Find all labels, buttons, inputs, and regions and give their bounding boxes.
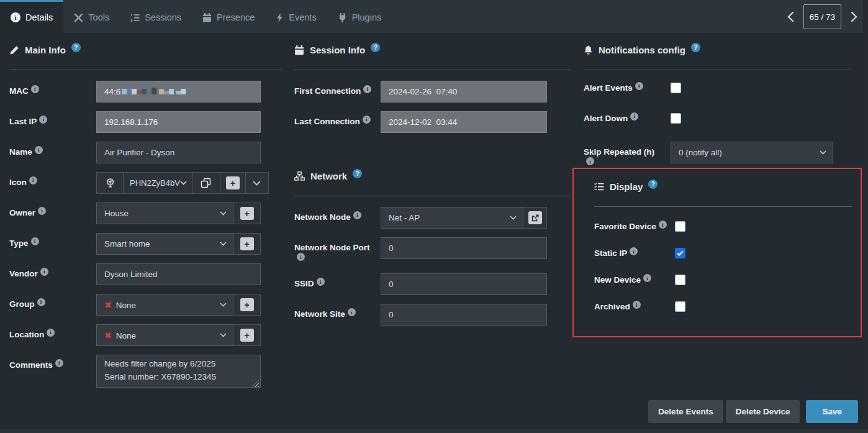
chevron-down-icon <box>510 216 517 220</box>
mac-label: MACi <box>9 81 96 103</box>
divider <box>584 70 852 70</box>
tab-tools[interactable]: Tools <box>63 0 120 33</box>
static-ip-row: Static IPi <box>594 246 852 262</box>
vendor-field-row: Vendori <box>9 263 261 285</box>
tab-details[interactable]: i Details <box>0 0 63 33</box>
favorite-device-checkbox[interactable] <box>675 221 685 232</box>
name-input[interactable] <box>96 142 261 163</box>
alert-down-checkbox[interactable] <box>671 113 681 124</box>
first-connection-input <box>381 81 547 103</box>
network-node-port-row: Network Node Porti <box>294 237 547 265</box>
device-pager: 65 / 73 <box>783 4 862 29</box>
ssid-input[interactable] <box>381 273 547 295</box>
add-group-button[interactable]: + <box>233 294 261 316</box>
plus-icon: + <box>240 329 254 342</box>
group-select[interactable]: ✖None <box>96 294 233 316</box>
copy-icon <box>201 178 211 188</box>
skip-repeated-select[interactable]: 0 (notify all) <box>671 142 833 163</box>
new-device-checkbox[interactable] <box>675 275 685 285</box>
section-title: Display <box>610 181 643 193</box>
info-icon: i <box>630 247 638 255</box>
info-icon: i <box>35 146 43 154</box>
network-node-select[interactable]: Net - AP <box>381 207 523 229</box>
sitemap-icon <box>294 171 305 181</box>
copy-icon-button[interactable] <box>192 173 220 193</box>
icon-select[interactable]: PHN2ZyB4bV <box>124 173 192 193</box>
type-select[interactable]: Smart home <box>96 233 233 255</box>
last-ip-field-row: Last IPi <box>9 111 261 133</box>
divider <box>9 70 283 70</box>
divider <box>294 70 571 70</box>
list-ol-icon <box>130 13 140 22</box>
chevron-down-icon <box>220 211 227 216</box>
scrollbar[interactable] <box>863 0 868 433</box>
help-icon[interactable]: ? <box>648 180 658 189</box>
chevron-down-icon <box>820 150 826 155</box>
network-node-port-input[interactable] <box>381 237 547 259</box>
calendar-icon <box>294 45 304 55</box>
tab-label: Plugins <box>352 12 382 22</box>
tab-bar: i Details Tools Sessions Presence Events… <box>0 0 868 33</box>
help-icon[interactable]: ? <box>691 43 700 52</box>
plus-icon: + <box>226 176 240 189</box>
new-device-label: New Devicei <box>594 273 675 289</box>
tab-plugins[interactable]: Plugins <box>327 0 392 33</box>
bolt-icon <box>276 13 284 22</box>
chevron-right-icon <box>851 12 857 22</box>
tab-events[interactable]: Events <box>265 0 327 33</box>
plus-icon: + <box>240 207 254 220</box>
network-site-input[interactable] <box>381 304 547 326</box>
new-device-row: New Devicei <box>594 273 852 289</box>
name-field-row: Namei <box>9 142 261 163</box>
info-icon: i <box>643 274 651 282</box>
vendor-input[interactable] <box>96 263 261 285</box>
help-icon[interactable]: ? <box>353 169 362 178</box>
add-type-button[interactable]: + <box>233 233 261 255</box>
last-connection-label: Last Connectioni <box>294 111 381 133</box>
save-button[interactable]: Save <box>806 400 858 423</box>
favorite-device-row: Favorite Devicei <box>594 219 852 235</box>
info-icon: i <box>31 237 39 245</box>
delete-events-button[interactable]: Delete Events <box>648 400 723 423</box>
notifications-section: Notifications config ? <box>584 44 852 57</box>
external-link-icon <box>528 211 542 224</box>
add-icon-button[interactable]: + <box>220 173 246 193</box>
help-icon[interactable]: ? <box>71 43 81 52</box>
redacted-pixels <box>122 87 186 96</box>
name-label: Namei <box>9 142 96 163</box>
last-ip-label: Last IPi <box>9 111 96 133</box>
first-connection-row: First Connectioni <box>294 81 547 103</box>
check-icon <box>677 250 684 256</box>
location-field-row: Locationi ✖None + <box>9 324 261 346</box>
info-icon: i <box>363 85 371 93</box>
bottom-edge <box>0 429 868 433</box>
display-section: Display ? Favorite Devicei Static IPi Ne… <box>584 181 852 316</box>
device-position-indicator: 65 / 73 <box>803 4 841 29</box>
static-ip-checkbox[interactable] <box>675 248 685 258</box>
plus-icon: + <box>240 298 254 311</box>
tab-sessions[interactable]: Sessions <box>120 0 192 33</box>
chevron-down-icon <box>180 181 187 185</box>
prev-device-button[interactable] <box>783 5 799 29</box>
owner-select[interactable]: House <box>96 203 233 224</box>
info-icon: i <box>297 253 305 261</box>
info-icon: i <box>55 359 63 367</box>
help-icon[interactable]: ? <box>371 43 380 52</box>
open-network-node-button[interactable] <box>523 207 547 229</box>
info-icon: i <box>630 112 638 121</box>
expand-icon-options-button[interactable] <box>246 173 268 193</box>
info-icon: i <box>39 116 47 124</box>
location-select[interactable]: ✖None <box>96 324 233 346</box>
next-device-button[interactable] <box>846 5 862 29</box>
divider <box>294 196 571 196</box>
comments-textarea[interactable]: Needs filter change by 6/2025 Serial num… <box>96 355 261 388</box>
tab-label: Presence <box>217 12 255 22</box>
delete-device-button[interactable]: Delete Device <box>726 400 800 423</box>
alert-events-checkbox[interactable] <box>671 83 681 93</box>
info-icon: i <box>29 176 37 185</box>
footer-actions: Delete Events Delete Device Save <box>648 400 858 423</box>
archived-checkbox[interactable] <box>675 301 685 312</box>
tab-presence[interactable]: Presence <box>192 0 265 33</box>
add-location-button[interactable]: + <box>233 324 261 346</box>
add-owner-button[interactable]: + <box>233 203 261 224</box>
